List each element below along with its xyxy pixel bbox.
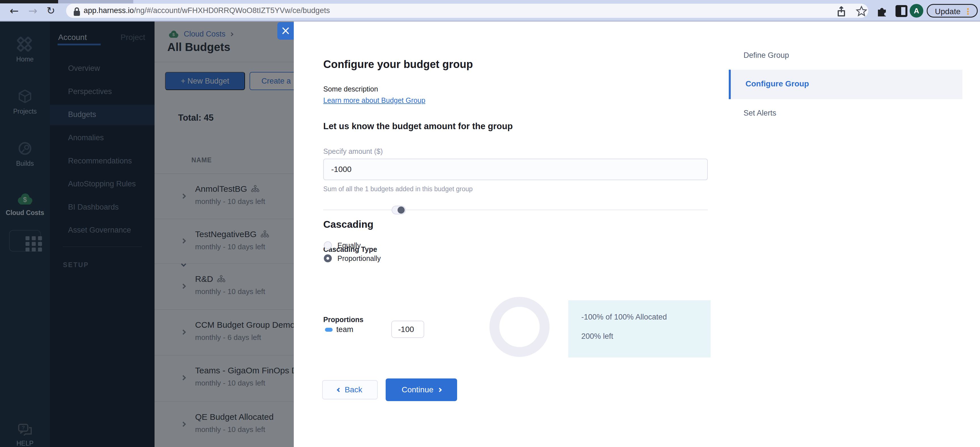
browser-menu-dots-icon[interactable]: ⋮ — [964, 6, 972, 16]
side-panel-icon[interactable] — [896, 5, 907, 17]
cascading-toggle[interactable] — [391, 206, 406, 214]
radio-equally[interactable] — [324, 241, 332, 249]
divider — [323, 209, 708, 210]
radio-proportionally[interactable] — [324, 254, 332, 262]
amount-input[interactable] — [323, 159, 708, 180]
step-configure-group[interactable]: Configure Group — [729, 70, 963, 99]
radio-proportionally-label[interactable]: Proportionally — [337, 254, 381, 263]
modal-title: Configure your budget group — [323, 59, 473, 71]
left-text: 200% left — [581, 332, 613, 341]
url-path: /ng/#/account/wFHXHD0RRQWoO8tIZT5YVw/ce/… — [134, 6, 330, 15]
avatar[interactable]: A — [910, 4, 923, 17]
close-button[interactable]: × — [277, 22, 294, 40]
chevron-right-icon — [437, 387, 442, 392]
allocation-donut — [490, 297, 550, 357]
learn-more-link[interactable]: Learn more about Budget Group — [323, 96, 425, 105]
step-configure-group-label: Configure Group — [746, 79, 809, 89]
browser-chrome: ← → ↻ app.harness.io/ng/#/account/wFHXHD… — [0, 0, 980, 22]
reload-icon[interactable]: ↻ — [46, 5, 55, 16]
star-bookmark-icon[interactable] — [856, 6, 867, 17]
url-host: app.harness.io — [84, 6, 134, 15]
share-icon[interactable] — [837, 6, 846, 17]
team-color-dot — [325, 328, 332, 332]
url-text[interactable]: app.harness.io/ng/#/account/wFHXHD0RRQWo… — [84, 6, 330, 15]
lock-icon — [73, 7, 81, 16]
step-define-group[interactable]: Define Group — [743, 51, 789, 60]
modal-description: Some description — [323, 85, 378, 93]
back-button[interactable]: Back — [322, 380, 378, 399]
radio-equally-label[interactable]: Equally — [337, 241, 361, 250]
proportions-label: Proportions — [323, 315, 364, 324]
toggle-knob — [398, 206, 405, 214]
chevron-left-icon — [337, 387, 341, 392]
step-set-alerts[interactable]: Set Alerts — [743, 109, 776, 117]
amount-label: Specify amount ($) — [323, 147, 383, 155]
back-label: Back — [345, 385, 362, 394]
forward-icon[interactable]: → — [29, 5, 37, 16]
back-icon[interactable]: ← — [10, 5, 19, 16]
amount-helper: Sum of all the 1 budgets added in this b… — [323, 185, 473, 193]
update-button[interactable]: Update ⋮ — [927, 4, 978, 17]
proportion-name: team — [336, 325, 353, 334]
allocated-text: -100% of 100% Allocated — [581, 313, 667, 322]
continue-button[interactable]: Continue — [386, 379, 457, 401]
extensions-icon[interactable] — [876, 5, 888, 17]
continue-label: Continue — [401, 385, 433, 394]
cascading-heading: Cascading — [323, 219, 374, 230]
browser-tab-strip — [0, 0, 980, 3]
close-icon: × — [280, 24, 290, 37]
proportion-input[interactable] — [391, 321, 424, 338]
budget-group-modal: × Configure your budget group Some descr… — [294, 22, 980, 447]
allocation-summary-box: -100% of 100% Allocated 200% left — [568, 300, 711, 358]
update-label: Update — [935, 7, 961, 16]
amount-heading: Let us know the budget amount for the gr… — [323, 121, 513, 132]
screen: ← → ↻ app.harness.io/ng/#/account/wFHXHD… — [0, 0, 980, 447]
